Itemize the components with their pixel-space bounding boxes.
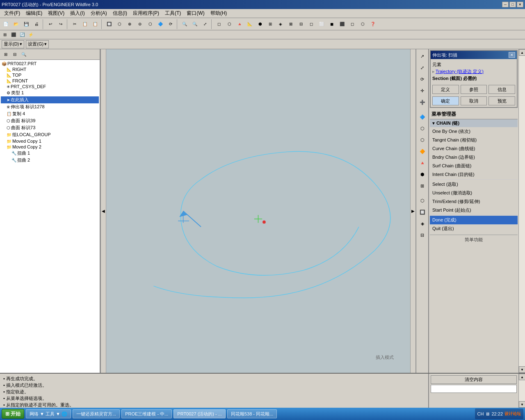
list-item[interactable]: ⚙ 类型 1 — [1, 89, 99, 96]
zoom-in-btn[interactable]: 🔍 — [180, 19, 189, 29]
new-btn[interactable]: 📄 — [1, 19, 11, 29]
chain-item-surf[interactable]: Surf Chain (曲面链) — [430, 162, 518, 170]
tool13[interactable]: ⊞ — [265, 19, 275, 29]
chain-item-unselect[interactable]: Unselect (撤消选取) — [430, 189, 518, 197]
tool7[interactable]: ⟳ — [166, 19, 176, 29]
chain-item-trim[interactable]: Trim/Extend (修剪/延伸) — [430, 197, 518, 206]
tool8[interactable]: ◻ — [214, 19, 224, 29]
menu-file[interactable]: 文件(F) — [2, 9, 23, 18]
list-item[interactable]: 🔧 扭曲 2 — [1, 157, 99, 164]
clear-button[interactable]: 清空内容 — [431, 375, 517, 384]
scroll-track[interactable] — [519, 56, 525, 366]
tool21[interactable]: ◻ — [347, 19, 357, 29]
maximize-button[interactable]: □ — [509, 2, 516, 7]
rtool15[interactable]: ◈ — [417, 218, 428, 229]
viewport[interactable]: 插入模式 — [106, 49, 410, 373]
tool16[interactable]: ⊟ — [296, 19, 306, 29]
left-collapse-arrow[interactable]: ◀ — [100, 49, 106, 373]
ok-button[interactable]: 确定 — [432, 96, 459, 105]
tree-root[interactable]: 📦 PRT0027.PRT — [1, 61, 99, 66]
grid-btn[interactable]: ⊞ — [1, 31, 9, 39]
cut-btn[interactable]: ✂ — [70, 19, 80, 29]
display-dropdown[interactable]: 显示(D) ▾ — [2, 40, 24, 48]
command-field[interactable] — [431, 386, 516, 391]
sweep-traj-row[interactable]: ▸ Trajectory (轨迹边 定义) — [432, 68, 515, 75]
chain-item-startpt[interactable]: Start Point (起始点) — [430, 206, 518, 215]
lower-scroll-track[interactable] — [519, 380, 525, 401]
scroll-up-btn[interactable]: ▲ — [519, 49, 525, 56]
taskbar-app2[interactable]: PROE三维建模 - 中... — [121, 409, 172, 418]
paste-btn[interactable]: 📋 — [90, 19, 100, 29]
tool11[interactable]: 📐 — [245, 19, 255, 29]
lower-scroll-up[interactable]: ▲ — [519, 374, 525, 380]
tree-collapse-btn[interactable]: ⊟ — [11, 50, 19, 59]
rtool1[interactable]: ↗ — [417, 51, 428, 62]
sweep-close-btn[interactable]: ✕ — [509, 52, 515, 58]
right-scrollbar[interactable]: ▲ ▼ — [518, 49, 525, 373]
chain-item-curve[interactable]: Curve Chain (曲线链) — [430, 144, 518, 153]
list-item[interactable]: 📐 FRONT — [1, 78, 99, 84]
right-collapse-arrow[interactable]: ▶ — [410, 49, 416, 373]
menu-analysis[interactable]: 分析(A) — [88, 9, 110, 18]
sweep-section-row[interactable]: Section (截面) 必需的 — [432, 75, 515, 82]
open-btn[interactable]: 📂 — [11, 19, 21, 29]
save-btn[interactable]: 💾 — [21, 19, 31, 29]
rtool8[interactable]: ⬡ — [417, 135, 428, 145]
chain-item-one-by-one[interactable]: One By One (依次) — [430, 127, 518, 136]
menu-view[interactable]: 视图(V) — [46, 9, 67, 18]
list-item[interactable]: 📁 Moved Copy 2 — [1, 144, 99, 150]
menu-tools[interactable]: 工具(T) — [162, 9, 183, 18]
settings-dropdown[interactable]: 设置(G) ▾ — [26, 40, 49, 48]
rtool6[interactable]: 🔷 — [417, 112, 428, 122]
rtool12[interactable]: ⊞ — [417, 180, 428, 191]
define-button[interactable]: 定义 — [432, 85, 459, 94]
menu-window[interactable]: 窗口(W) — [184, 9, 207, 18]
scroll-down-btn[interactable]: ▼ — [519, 366, 525, 373]
rtool13[interactable]: ⬡ — [417, 195, 428, 206]
rtool9[interactable]: 🔶 — [417, 146, 428, 157]
orient-btn[interactable]: 🔄 — [18, 31, 26, 39]
taskbar-app1[interactable]: 一键还原精灵官方... — [73, 409, 120, 418]
tool15[interactable]: ⊠ — [286, 19, 296, 29]
tool18[interactable]: ⬜ — [317, 19, 326, 29]
tool9[interactable]: ⬡ — [224, 19, 234, 29]
print-btn[interactable]: 🖨 — [32, 19, 41, 29]
tree-search-btn[interactable]: 🔍 — [20, 50, 28, 59]
menu-insert[interactable]: 插入(I) — [68, 9, 87, 18]
tool3[interactable]: ⊕ — [125, 19, 135, 29]
taskbar-app3[interactable]: PRT0027 (活动的) - ... — [173, 409, 226, 418]
list-item[interactable]: ⬡ 曲面 标识39 — [1, 117, 99, 124]
rtool10[interactable]: 🔺 — [417, 158, 428, 168]
snap-btn[interactable]: ⬛ — [9, 31, 18, 39]
chain-item-tangnt[interactable]: Tangnt Chain (相切链) — [430, 136, 518, 144]
copy-btn[interactable]: 📋 — [80, 19, 90, 29]
tool1[interactable]: 🔲 — [104, 19, 114, 29]
minimize-button[interactable]: ─ — [502, 2, 509, 7]
cancel-button[interactable]: 取消 — [461, 96, 487, 105]
rtool16[interactable]: ⊟ — [417, 230, 428, 240]
list-item[interactable]: 📁 Moved Copy 1 — [1, 138, 99, 144]
tool10[interactable]: 🔺 — [235, 19, 244, 29]
rtool3[interactable]: ⟳ — [417, 74, 428, 84]
lower-scroll-down[interactable]: ▼ — [519, 401, 525, 408]
zoom-out-btn[interactable]: 🔍 — [190, 19, 200, 29]
tool5[interactable]: ⬡ — [145, 19, 155, 29]
tool6[interactable]: 🔷 — [155, 19, 165, 29]
zoom-fit-btn[interactable]: ⤢ — [200, 19, 210, 29]
list-item[interactable]: ※ 伸出项 标识1278 — [1, 103, 99, 110]
preview-button[interactable]: 预览 — [488, 96, 515, 105]
refs-button[interactable]: 参照 — [461, 85, 487, 94]
redo-btn[interactable]: ↪ — [56, 19, 66, 29]
layer-btn[interactable]: ⚡ — [27, 31, 35, 39]
rtool14[interactable]: 🔲 — [417, 207, 428, 217]
tool17[interactable]: ◻ — [306, 19, 316, 29]
tool14[interactable]: ◈ — [276, 19, 285, 29]
tool2[interactable]: ⬡ — [114, 19, 124, 29]
list-item[interactable]: 📐 RIGHT — [1, 66, 99, 72]
rtool5[interactable]: ➕ — [417, 97, 428, 107]
menu-apps[interactable]: 应用程序(P) — [130, 9, 162, 18]
rtool2[interactable]: ⤢ — [417, 62, 428, 73]
chain-item-intent[interactable]: Intent Chain (目的链) — [430, 170, 518, 179]
taskbar-app4[interactable]: 同花顺538 - 同花顺... — [227, 409, 277, 418]
list-item[interactable]: 📁 组LOCAL_GROUP — [1, 131, 99, 138]
